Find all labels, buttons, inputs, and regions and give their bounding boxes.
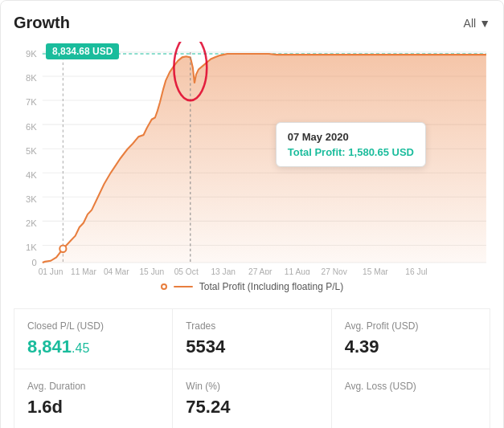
chevron-down-icon: ▼	[479, 17, 490, 30]
stat-win-value: 75.24	[186, 397, 318, 418]
chart-container: 8,834.68 USD 9K 8K 7K 6K 5K 4K 3K 2K 1K …	[14, 42, 490, 275]
svg-text:27 Apr: 27 Apr	[248, 267, 272, 275]
stat-avg-duration-label: Avg. Duration	[27, 381, 159, 392]
stat-trades-label: Trades	[186, 320, 318, 332]
svg-text:8K: 8K	[26, 73, 37, 83]
svg-text:15 Jun: 15 Jun	[139, 267, 164, 275]
svg-text:6K: 6K	[26, 121, 37, 131]
svg-text:0: 0	[31, 258, 36, 267]
stat-closed-pl: Closed P/L (USD) 8,841.45	[14, 309, 173, 369]
svg-point-22	[59, 245, 66, 252]
tooltip-value: 1,580.65 USD	[348, 146, 414, 158]
stat-trades-value: 5534	[186, 336, 318, 357]
svg-text:15 Mar: 15 Mar	[363, 267, 388, 275]
filter-dropdown[interactable]: All ▼	[464, 17, 490, 30]
svg-text:13 Jan: 13 Jan	[211, 267, 236, 275]
svg-text:4K: 4K	[26, 169, 37, 179]
stat-avg-profit-value: 4.39	[345, 336, 477, 357]
chart-legend: Total Profit (Including floating P/L)	[14, 281, 490, 292]
legend-dot-icon	[161, 283, 167, 290]
stat-avg-loss: Avg. Loss (USD)	[332, 369, 490, 428]
growth-card: Growth All ▼ 8,834.68 USD 9K 8K 7K 6K 5K…	[0, 0, 504, 428]
svg-text:2K: 2K	[26, 218, 37, 228]
stat-closed-pl-label: Closed P/L (USD)	[27, 320, 159, 332]
svg-text:11 Aug: 11 Aug	[285, 267, 310, 275]
svg-text:04 Mar: 04 Mar	[104, 267, 129, 275]
svg-text:01 Jun: 01 Jun	[39, 267, 64, 275]
card-title: Growth	[14, 14, 70, 32]
svg-text:27 Nov: 27 Nov	[322, 267, 348, 275]
stat-win: Win (%) 75.24	[173, 369, 331, 428]
stat-avg-loss-label: Avg. Loss (USD)	[345, 381, 477, 392]
stat-avg-duration-value: 1.6d	[27, 397, 159, 418]
tooltip-date: 07 May 2020	[288, 131, 414, 143]
svg-text:05 Oct: 05 Oct	[174, 267, 199, 275]
stat-trades: Trades 5534	[173, 309, 331, 369]
stat-win-label: Win (%)	[186, 381, 318, 392]
tooltip-profit: Total Profit: 1,580.65 USD	[288, 146, 414, 158]
svg-text:9K: 9K	[26, 49, 37, 59]
stat-avg-profit-label: Avg. Profit (USD)	[345, 320, 477, 332]
svg-text:11 Mar: 11 Mar	[71, 267, 96, 275]
stat-closed-pl-value: 8,841.45	[27, 336, 159, 357]
tooltip-label: Total Profit:	[288, 146, 346, 158]
chart-tooltip: 07 May 2020 Total Profit: 1,580.65 USD	[276, 122, 426, 167]
svg-text:3K: 3K	[26, 194, 37, 204]
peak-label: 8,834.68 USD	[46, 43, 119, 59]
card-header: Growth All ▼	[14, 14, 490, 32]
stat-avg-duration: Avg. Duration 1.6d	[14, 369, 173, 428]
legend-line-icon	[174, 286, 193, 287]
stat-avg-profit: Avg. Profit (USD) 4.39	[332, 309, 490, 369]
filter-label: All	[464, 17, 477, 30]
svg-text:16 Jul: 16 Jul	[405, 267, 427, 275]
stats-grid: Closed P/L (USD) 8,841.45 Trades 5534 Av…	[14, 308, 490, 428]
legend-label: Total Profit (Including floating P/L)	[199, 281, 343, 292]
stats-section: Closed P/L (USD) 8,841.45 Trades 5534 Av…	[14, 308, 490, 428]
svg-text:7K: 7K	[26, 97, 37, 107]
svg-text:1K: 1K	[26, 243, 37, 252]
svg-text:5K: 5K	[26, 145, 37, 155]
